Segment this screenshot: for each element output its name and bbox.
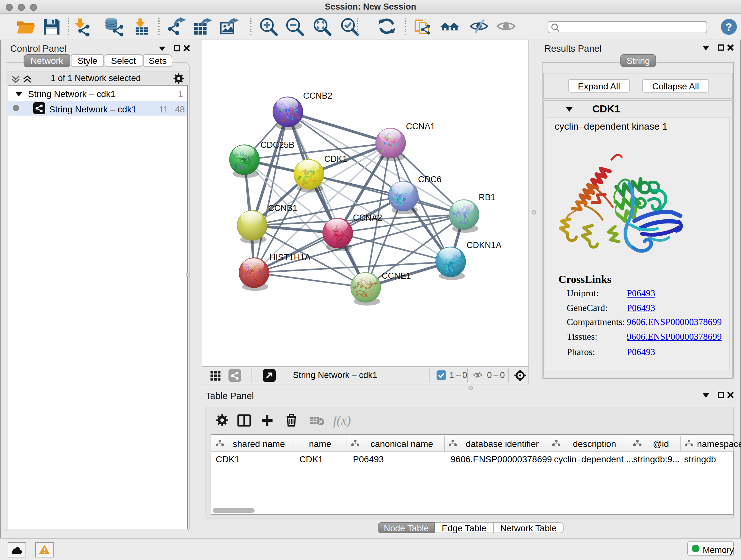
svg-text:CCNB2: CCNB2 [303,91,333,101]
svg-text:CDC25B: CDC25B [260,140,294,150]
svg-text:HIST1H1A: HIST1H1A [269,253,311,262]
svg-text:CDK1: CDK1 [324,154,347,164]
svg-text:RB1: RB1 [479,192,495,202]
svg-text:CCNA1: CCNA1 [406,122,435,131]
svg-text:CCNB1: CCNB1 [268,203,297,213]
svg-text:CCNA2: CCNA2 [353,213,382,223]
svg-text:?: ? [726,21,732,33]
svg-text:CCNE1: CCNE1 [382,271,411,281]
svg-text:CDC6: CDC6 [418,175,442,184]
svg-text:CDKN1A: CDKN1A [467,240,502,250]
